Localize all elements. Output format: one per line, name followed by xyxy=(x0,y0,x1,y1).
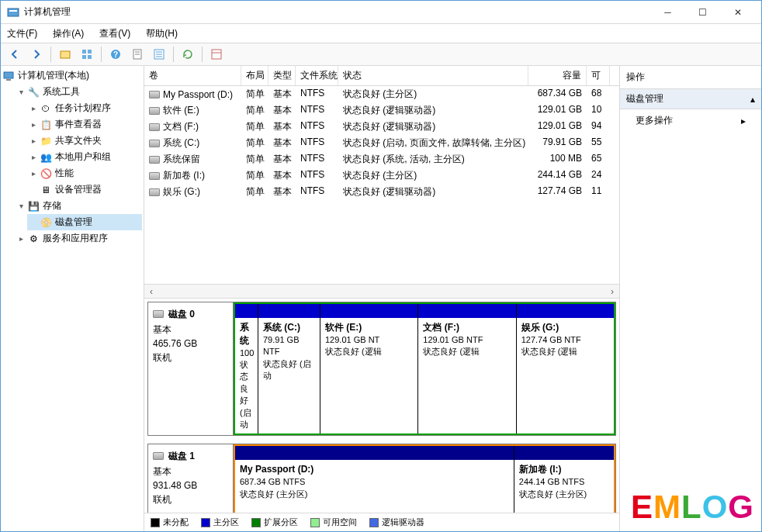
partition[interactable]: 娱乐 (G:)127.74 GB NTF状态良好 (逻辑 xyxy=(517,304,614,434)
tree-users[interactable]: ▸👥本地用户和组 xyxy=(27,149,142,165)
disk-row-0[interactable]: 磁盘 0 基本 465.76 GB 联机 系统100状态良好 (启动系统 (C:… xyxy=(147,302,616,436)
svg-rect-1 xyxy=(9,10,17,12)
tools-icon: 🔧 xyxy=(27,86,40,98)
close-button[interactable]: ✕ xyxy=(720,2,755,23)
tree-services[interactable]: ▸⚙服务和应用程序 xyxy=(15,230,142,247)
window-buttons: ─ ☐ ✕ xyxy=(650,2,755,23)
legend: 未分配 主分区 扩展分区 可用空间 逻辑驱动器 xyxy=(144,513,619,531)
titlebar: 计算机管理 ─ ☐ ✕ xyxy=(1,1,761,24)
disk0-partitions: 系统100状态良好 (启动系统 (C:)79.91 GB NTF状态良好 (启动… xyxy=(234,302,615,435)
menu-help[interactable]: 帮助(H) xyxy=(143,26,181,42)
svg-rect-4 xyxy=(88,50,92,54)
refresh-button[interactable] xyxy=(178,45,197,64)
partition[interactable]: My Passport (D:)687.34 GB NTFS状态良好 (主分区) xyxy=(235,446,514,513)
maximize-button[interactable]: ☐ xyxy=(685,2,720,23)
disk-row-1[interactable]: 磁盘 1 基本 931.48 GB 联机 My Passport (D:)687… xyxy=(147,444,616,513)
disk1-partitions: My Passport (D:)687.34 GB NTFS状态良好 (主分区)… xyxy=(234,444,615,513)
tree-shared[interactable]: ▸📁共享文件夹 xyxy=(27,133,142,149)
actions-header: 操作 xyxy=(620,66,761,89)
partition[interactable]: 软件 (E:)129.01 GB NT状态良好 (逻辑 xyxy=(320,304,418,434)
tree-systools[interactable]: ▾🔧系统工具 xyxy=(15,84,142,100)
col-status[interactable]: 状态 xyxy=(338,66,528,85)
legend-extended-swatch xyxy=(251,518,261,527)
tree-devmgr[interactable]: 🖥设备管理器 xyxy=(27,181,142,198)
actions-section[interactable]: 磁盘管理▴ xyxy=(620,89,761,109)
tree-root[interactable]: 计算机管理(本地) xyxy=(2,67,142,84)
collapse-icon: ▴ xyxy=(750,94,755,105)
minimize-button[interactable]: ─ xyxy=(650,2,685,23)
col-filesystem[interactable]: 文件系统 xyxy=(296,66,338,85)
volume-list-body: My Passport (D:)简单基本NTFS状态良好 (主分区)687.34… xyxy=(144,86,619,284)
svg-rect-16 xyxy=(212,50,221,59)
col-capacity[interactable]: 容量 xyxy=(528,66,587,85)
table-row[interactable]: 软件 (E:)简单基本NTFS状态良好 (逻辑驱动器)129.01 GB10 xyxy=(144,102,619,119)
table-row[interactable]: My Passport (D:)简单基本NTFS状态良好 (主分区)687.34… xyxy=(144,86,619,102)
svg-rect-6 xyxy=(88,55,92,59)
disk1-info: 磁盘 1 基本 931.48 GB 联机 xyxy=(148,444,234,513)
computer-icon xyxy=(2,70,15,82)
action-more[interactable]: 更多操作▸ xyxy=(620,109,761,132)
app-icon xyxy=(7,6,19,19)
disk-icon xyxy=(153,452,164,460)
device-icon: 🖥 xyxy=(40,184,52,196)
col-free[interactable]: 可 xyxy=(587,66,610,85)
legend-free-swatch xyxy=(310,518,320,527)
col-layout[interactable]: 布局 xyxy=(241,66,268,85)
folder-icon: 📁 xyxy=(40,135,52,147)
properties-button[interactable] xyxy=(128,45,147,64)
clock-icon: ⏲ xyxy=(40,102,52,115)
perf-icon: 🚫 xyxy=(40,168,52,180)
menu-view[interactable]: 查看(V) xyxy=(96,26,133,42)
view-button[interactable] xyxy=(78,45,96,64)
table-row[interactable]: 系统 (C:)简单基本NTFS状态良好 (启动, 页面文件, 故障转储, 主分区… xyxy=(144,135,619,151)
tree-scheduler[interactable]: ▸⏲任务计划程序 xyxy=(27,100,142,116)
menu-action[interactable]: 操作(A) xyxy=(50,26,87,42)
partition[interactable]: 系统100状态良好 (启动 xyxy=(235,304,258,434)
legend-unalloc-swatch xyxy=(151,518,160,527)
table-row[interactable]: 文档 (F:)简单基本NTFS状态良好 (逻辑驱动器)129.01 GB94 xyxy=(144,119,619,135)
legend-primary-swatch xyxy=(201,518,210,527)
center-panel: 卷 布局 类型 文件系统 状态 容量 可 My Passport (D:)简单基… xyxy=(144,66,620,531)
back-button[interactable] xyxy=(5,45,24,64)
col-type[interactable]: 类型 xyxy=(268,66,296,85)
legend-logical-swatch xyxy=(369,518,379,527)
forward-button[interactable] xyxy=(27,45,46,64)
partition[interactable]: 新加卷 (I:)244.14 GB NTFS状态良好 (主分区) xyxy=(514,446,614,513)
tree-storage[interactable]: ▾💾存储 xyxy=(15,198,142,214)
disk0-info: 磁盘 0 基本 465.76 GB 联机 xyxy=(148,302,234,435)
menu-file[interactable]: 文件(F) xyxy=(4,26,40,42)
tree-diskmgmt[interactable]: 📀磁盘管理 xyxy=(27,214,142,230)
svg-rect-3 xyxy=(82,50,86,54)
window-title: 计算机管理 xyxy=(24,5,650,19)
volume-list-header: 卷 布局 类型 文件系统 状态 容量 可 xyxy=(144,66,619,86)
disk-icon: 📀 xyxy=(40,216,52,229)
chevron-right-icon: ▸ xyxy=(741,116,746,126)
services-icon: ⚙ xyxy=(27,233,40,245)
up-button[interactable] xyxy=(56,45,74,64)
sidebar-tree: 计算机管理(本地) ▾🔧系统工具 ▸⏲任务计划程序 ▸📋事件查看器 ▸📁共享文件… xyxy=(1,66,144,531)
volume-list-pane: 卷 布局 类型 文件系统 状态 容量 可 My Passport (D:)简单基… xyxy=(144,66,619,299)
partition[interactable]: 文档 (F:)129.01 GB NTF状态良好 (逻辑 xyxy=(418,304,516,434)
hscrollbar[interactable]: ‹› xyxy=(144,284,619,298)
list-button[interactable] xyxy=(150,45,168,64)
users-icon: 👥 xyxy=(40,151,52,164)
svg-rect-5 xyxy=(82,55,86,59)
watermark: EMLOG xyxy=(631,489,754,526)
table-row[interactable]: 新加卷 (I:)简单基本NTFS状态良好 (主分区)244.14 GB24 xyxy=(144,168,619,184)
partition[interactable]: 系统 (C:)79.91 GB NTF状态良好 (启动 xyxy=(258,304,320,434)
disk-icon xyxy=(153,310,164,318)
toolbar: ? xyxy=(1,43,761,66)
event-icon: 📋 xyxy=(40,119,52,131)
table-row[interactable]: 系统保留简单基本NTFS状态良好 (系统, 活动, 主分区)100 MB65 xyxy=(144,151,619,168)
tree-perf[interactable]: ▸🚫性能 xyxy=(27,165,142,181)
help-button[interactable]: ? xyxy=(106,45,125,64)
table-row[interactable]: 娱乐 (G:)简单基本NTFS状态良好 (逻辑驱动器)127.74 GB11 xyxy=(144,184,619,200)
settings-button[interactable] xyxy=(207,45,226,64)
col-volume[interactable]: 卷 xyxy=(144,66,241,85)
svg-rect-19 xyxy=(6,79,11,81)
svg-rect-0 xyxy=(8,9,19,16)
disk-graphic-pane: 磁盘 0 基本 465.76 GB 联机 系统100状态良好 (启动系统 (C:… xyxy=(144,299,619,513)
actions-pane: 操作 磁盘管理▴ 更多操作▸ xyxy=(620,66,761,531)
tree-eventvwr[interactable]: ▸📋事件查看器 xyxy=(27,116,142,133)
menubar: 文件(F) 操作(A) 查看(V) 帮助(H) xyxy=(1,24,761,43)
